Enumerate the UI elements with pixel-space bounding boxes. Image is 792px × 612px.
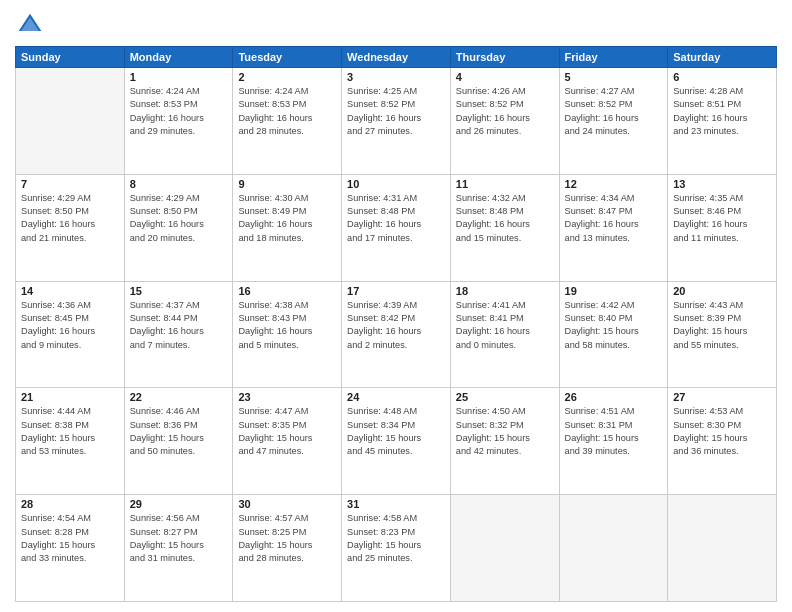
day-info: Sunrise: 4:38 AM Sunset: 8:43 PM Dayligh… (238, 299, 336, 352)
calendar-header-friday: Friday (559, 47, 668, 68)
day-info: Sunrise: 4:42 AM Sunset: 8:40 PM Dayligh… (565, 299, 663, 352)
calendar-cell: 5Sunrise: 4:27 AM Sunset: 8:52 PM Daylig… (559, 68, 668, 175)
calendar-cell: 13Sunrise: 4:35 AM Sunset: 8:46 PM Dayli… (668, 174, 777, 281)
day-number: 15 (130, 285, 228, 297)
calendar-cell: 1Sunrise: 4:24 AM Sunset: 8:53 PM Daylig… (124, 68, 233, 175)
day-info: Sunrise: 4:34 AM Sunset: 8:47 PM Dayligh… (565, 192, 663, 245)
calendar-cell: 28Sunrise: 4:54 AM Sunset: 8:28 PM Dayli… (16, 495, 125, 602)
day-number: 26 (565, 391, 663, 403)
calendar-header-row: SundayMondayTuesdayWednesdayThursdayFrid… (16, 47, 777, 68)
calendar-cell (668, 495, 777, 602)
calendar-header-monday: Monday (124, 47, 233, 68)
calendar-cell: 10Sunrise: 4:31 AM Sunset: 8:48 PM Dayli… (342, 174, 451, 281)
calendar-week-row: 1Sunrise: 4:24 AM Sunset: 8:53 PM Daylig… (16, 68, 777, 175)
calendar-cell: 29Sunrise: 4:56 AM Sunset: 8:27 PM Dayli… (124, 495, 233, 602)
calendar-cell: 25Sunrise: 4:50 AM Sunset: 8:32 PM Dayli… (450, 388, 559, 495)
day-info: Sunrise: 4:47 AM Sunset: 8:35 PM Dayligh… (238, 405, 336, 458)
calendar-cell: 14Sunrise: 4:36 AM Sunset: 8:45 PM Dayli… (16, 281, 125, 388)
calendar-cell: 22Sunrise: 4:46 AM Sunset: 8:36 PM Dayli… (124, 388, 233, 495)
calendar-week-row: 21Sunrise: 4:44 AM Sunset: 8:38 PM Dayli… (16, 388, 777, 495)
calendar-cell: 24Sunrise: 4:48 AM Sunset: 8:34 PM Dayli… (342, 388, 451, 495)
day-number: 8 (130, 178, 228, 190)
day-number: 25 (456, 391, 554, 403)
calendar-header-thursday: Thursday (450, 47, 559, 68)
day-number: 20 (673, 285, 771, 297)
day-info: Sunrise: 4:24 AM Sunset: 8:53 PM Dayligh… (130, 85, 228, 138)
day-number: 17 (347, 285, 445, 297)
day-number: 13 (673, 178, 771, 190)
day-info: Sunrise: 4:39 AM Sunset: 8:42 PM Dayligh… (347, 299, 445, 352)
calendar-cell: 26Sunrise: 4:51 AM Sunset: 8:31 PM Dayli… (559, 388, 668, 495)
calendar-cell: 12Sunrise: 4:34 AM Sunset: 8:47 PM Dayli… (559, 174, 668, 281)
day-number: 11 (456, 178, 554, 190)
calendar-cell: 20Sunrise: 4:43 AM Sunset: 8:39 PM Dayli… (668, 281, 777, 388)
calendar-cell: 30Sunrise: 4:57 AM Sunset: 8:25 PM Dayli… (233, 495, 342, 602)
calendar-cell: 4Sunrise: 4:26 AM Sunset: 8:52 PM Daylig… (450, 68, 559, 175)
calendar-week-row: 28Sunrise: 4:54 AM Sunset: 8:28 PM Dayli… (16, 495, 777, 602)
day-info: Sunrise: 4:46 AM Sunset: 8:36 PM Dayligh… (130, 405, 228, 458)
day-number: 19 (565, 285, 663, 297)
calendar-cell: 7Sunrise: 4:29 AM Sunset: 8:50 PM Daylig… (16, 174, 125, 281)
day-number: 27 (673, 391, 771, 403)
day-info: Sunrise: 4:29 AM Sunset: 8:50 PM Dayligh… (21, 192, 119, 245)
day-number: 6 (673, 71, 771, 83)
calendar-header-wednesday: Wednesday (342, 47, 451, 68)
day-info: Sunrise: 4:48 AM Sunset: 8:34 PM Dayligh… (347, 405, 445, 458)
calendar-cell: 21Sunrise: 4:44 AM Sunset: 8:38 PM Dayli… (16, 388, 125, 495)
day-number: 18 (456, 285, 554, 297)
header (15, 10, 777, 40)
day-info: Sunrise: 4:44 AM Sunset: 8:38 PM Dayligh… (21, 405, 119, 458)
day-number: 14 (21, 285, 119, 297)
day-number: 9 (238, 178, 336, 190)
day-number: 29 (130, 498, 228, 510)
day-info: Sunrise: 4:56 AM Sunset: 8:27 PM Dayligh… (130, 512, 228, 565)
day-number: 31 (347, 498, 445, 510)
day-info: Sunrise: 4:28 AM Sunset: 8:51 PM Dayligh… (673, 85, 771, 138)
calendar-week-row: 7Sunrise: 4:29 AM Sunset: 8:50 PM Daylig… (16, 174, 777, 281)
day-number: 10 (347, 178, 445, 190)
day-info: Sunrise: 4:31 AM Sunset: 8:48 PM Dayligh… (347, 192, 445, 245)
calendar-cell: 31Sunrise: 4:58 AM Sunset: 8:23 PM Dayli… (342, 495, 451, 602)
day-info: Sunrise: 4:51 AM Sunset: 8:31 PM Dayligh… (565, 405, 663, 458)
day-info: Sunrise: 4:58 AM Sunset: 8:23 PM Dayligh… (347, 512, 445, 565)
calendar-week-row: 14Sunrise: 4:36 AM Sunset: 8:45 PM Dayli… (16, 281, 777, 388)
calendar-cell: 2Sunrise: 4:24 AM Sunset: 8:53 PM Daylig… (233, 68, 342, 175)
calendar-cell (559, 495, 668, 602)
calendar-cell: 27Sunrise: 4:53 AM Sunset: 8:30 PM Dayli… (668, 388, 777, 495)
day-number: 2 (238, 71, 336, 83)
calendar-cell: 9Sunrise: 4:30 AM Sunset: 8:49 PM Daylig… (233, 174, 342, 281)
day-number: 12 (565, 178, 663, 190)
day-number: 16 (238, 285, 336, 297)
day-info: Sunrise: 4:32 AM Sunset: 8:48 PM Dayligh… (456, 192, 554, 245)
calendar-cell (450, 495, 559, 602)
day-number: 24 (347, 391, 445, 403)
calendar-header-sunday: Sunday (16, 47, 125, 68)
day-number: 5 (565, 71, 663, 83)
calendar-cell: 17Sunrise: 4:39 AM Sunset: 8:42 PM Dayli… (342, 281, 451, 388)
calendar-cell: 8Sunrise: 4:29 AM Sunset: 8:50 PM Daylig… (124, 174, 233, 281)
calendar-cell: 18Sunrise: 4:41 AM Sunset: 8:41 PM Dayli… (450, 281, 559, 388)
day-number: 22 (130, 391, 228, 403)
day-number: 7 (21, 178, 119, 190)
day-info: Sunrise: 4:54 AM Sunset: 8:28 PM Dayligh… (21, 512, 119, 565)
day-info: Sunrise: 4:35 AM Sunset: 8:46 PM Dayligh… (673, 192, 771, 245)
day-info: Sunrise: 4:50 AM Sunset: 8:32 PM Dayligh… (456, 405, 554, 458)
day-number: 30 (238, 498, 336, 510)
day-info: Sunrise: 4:26 AM Sunset: 8:52 PM Dayligh… (456, 85, 554, 138)
day-info: Sunrise: 4:29 AM Sunset: 8:50 PM Dayligh… (130, 192, 228, 245)
day-info: Sunrise: 4:25 AM Sunset: 8:52 PM Dayligh… (347, 85, 445, 138)
calendar-header-tuesday: Tuesday (233, 47, 342, 68)
calendar-header-saturday: Saturday (668, 47, 777, 68)
day-info: Sunrise: 4:37 AM Sunset: 8:44 PM Dayligh… (130, 299, 228, 352)
day-info: Sunrise: 4:53 AM Sunset: 8:30 PM Dayligh… (673, 405, 771, 458)
calendar-cell: 19Sunrise: 4:42 AM Sunset: 8:40 PM Dayli… (559, 281, 668, 388)
day-info: Sunrise: 4:30 AM Sunset: 8:49 PM Dayligh… (238, 192, 336, 245)
calendar-cell: 6Sunrise: 4:28 AM Sunset: 8:51 PM Daylig… (668, 68, 777, 175)
day-info: Sunrise: 4:43 AM Sunset: 8:39 PM Dayligh… (673, 299, 771, 352)
logo-icon (15, 10, 45, 40)
day-info: Sunrise: 4:27 AM Sunset: 8:52 PM Dayligh… (565, 85, 663, 138)
calendar-cell (16, 68, 125, 175)
calendar-cell: 3Sunrise: 4:25 AM Sunset: 8:52 PM Daylig… (342, 68, 451, 175)
day-number: 4 (456, 71, 554, 83)
day-number: 1 (130, 71, 228, 83)
